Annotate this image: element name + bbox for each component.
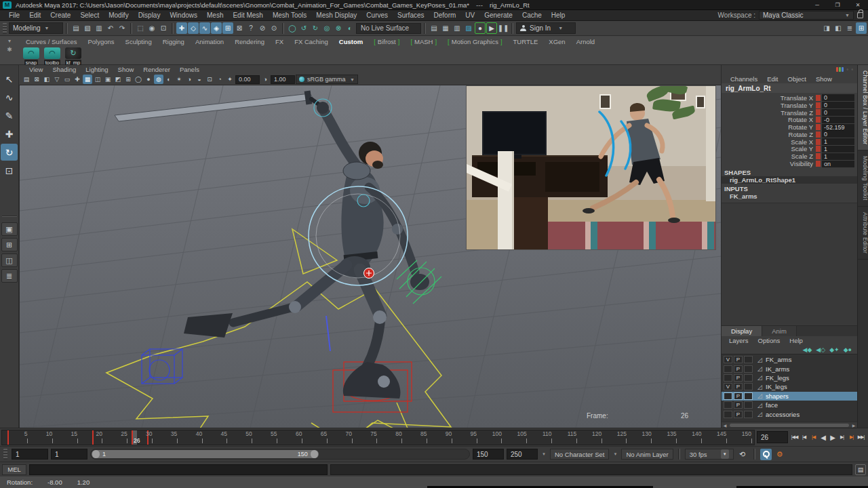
viewport-toggle-icon[interactable]: ▦	[83, 75, 92, 84]
range-start-handle[interactable]	[92, 450, 100, 458]
timeline-strip[interactable]: 5101520253035404550556065707580859095100…	[1, 430, 755, 445]
step-back-frame-button[interactable]: |◀	[800, 431, 808, 443]
file-toolbar-icon[interactable]: ▥	[94, 22, 104, 34]
visibility-toggle[interactable]	[724, 365, 732, 373]
snap-icon[interactable]: ✚	[176, 22, 187, 34]
scroll-right-icon[interactable]: ▶	[850, 423, 857, 428]
shelf-tab-arnold[interactable]: Arnold	[571, 38, 600, 45]
options-icon[interactable]: ◦	[851, 66, 853, 73]
range-slider-track[interactable]: 1 150	[90, 449, 470, 460]
lock-icon[interactable]: ⊙	[269, 22, 279, 34]
move-layer-up-icon[interactable]: ◀◆	[802, 346, 812, 353]
channel-name[interactable]: Rotate Z	[722, 131, 816, 138]
snap-icon[interactable]: ⊠	[234, 22, 245, 34]
viewport-toggle-icon[interactable]: ⊡	[205, 75, 214, 84]
channel-name[interactable]: Scale Y	[722, 145, 816, 152]
live-surface-field[interactable]: No Live Surface	[356, 23, 421, 34]
snap-icon[interactable]: ∿	[199, 22, 210, 34]
shelf-tab-xgen[interactable]: XGen	[543, 38, 570, 45]
layer-row-fk-arms[interactable]: VP◿FK_arms	[722, 355, 857, 364]
range-end-handle[interactable]	[311, 450, 318, 458]
command-result-field[interactable]	[330, 464, 852, 475]
shelf-tab-custom[interactable]: Custom	[334, 38, 368, 45]
visibility-toggle[interactable]: V	[724, 383, 732, 390]
history-icon[interactable]: ↻	[310, 22, 321, 34]
step-back-key-button[interactable]: |◀	[809, 431, 818, 443]
layout-single-pane-button[interactable]: ▣	[1, 222, 18, 236]
panel-menu-item[interactable]: Show	[113, 66, 139, 73]
menu-item[interactable]: Surfaces	[393, 12, 429, 19]
character-set-dropdown[interactable]: No Character Set	[550, 449, 609, 460]
playback-loop-icon[interactable]: ⟲	[736, 450, 749, 459]
input-node-row[interactable]: FK_arms	[722, 192, 857, 200]
channel-value-field[interactable]: -52.159	[822, 124, 854, 131]
menu-item[interactable]: Cache	[517, 12, 547, 19]
channel-value-field[interactable]: 0	[822, 102, 854, 108]
shelf-button-snap[interactable]: ◠ snap	[22, 47, 41, 66]
layer-row-shapers[interactable]: P◿shapers	[722, 392, 857, 401]
exposure-icon[interactable]: ✦	[225, 75, 235, 84]
tab-attribute-editor[interactable]: Attribute Editor	[858, 207, 868, 260]
channel-value-field[interactable]: 1	[822, 153, 854, 160]
viewport-toggle-icon[interactable]: ⊠	[32, 75, 41, 84]
display-type-toggle[interactable]	[744, 401, 753, 409]
menu-item[interactable]: Modify	[104, 12, 133, 19]
chevron-down-icon[interactable]: ▾	[540, 451, 547, 457]
display-type-toggle[interactable]	[744, 392, 753, 400]
display-type-toggle[interactable]	[744, 383, 753, 390]
sidebar-toggle-icon[interactable]: ◨	[821, 22, 832, 34]
go-to-start-button[interactable]: |◀◀	[790, 431, 799, 443]
channel-box-menu-item[interactable]: Channels	[726, 75, 762, 83]
rotate-tool[interactable]: ↻	[1, 144, 18, 161]
channel-name[interactable]: Visibility	[722, 160, 816, 167]
channel-value-field[interactable]: 0	[822, 94, 854, 101]
layer-list-scrollbar[interactable]: ◀ ▶	[722, 422, 857, 428]
panel-menu-item[interactable]: Renderer	[138, 66, 175, 73]
visibility-toggle[interactable]	[724, 392, 732, 400]
file-toolbar-icon[interactable]: ▧	[82, 22, 93, 34]
shelf-tab-turtle[interactable]: TURTLE	[508, 38, 544, 45]
keyframe-marker[interactable]	[7, 430, 9, 445]
shelf-menu-icon[interactable]: ▾	[8, 38, 11, 44]
channel-value-field[interactable]: 1	[822, 146, 854, 152]
playback-toggle[interactable]: P	[734, 401, 743, 409]
channel-name[interactable]: Scale X	[722, 138, 816, 146]
render-icon[interactable]: ▶	[486, 22, 497, 34]
sidebar-toggle-icon[interactable]: ⊞	[856, 22, 867, 34]
render-icon[interactable]: ▤	[429, 22, 439, 34]
menu-item[interactable]: Edit	[24, 12, 45, 19]
playback-toggle[interactable]: P	[734, 374, 743, 382]
shelf-tab-polygons[interactable]: Polygons	[83, 38, 120, 45]
viewport-toggle-icon[interactable]: ◩	[113, 75, 123, 84]
display-type-toggle[interactable]	[744, 411, 753, 418]
viewport-toggle-icon[interactable]: ✚	[73, 75, 82, 84]
shelf-tab-mash[interactable]: MASH	[405, 38, 442, 45]
pin-icon[interactable]: ◦	[846, 66, 848, 73]
lasso-tool[interactable]: ∿	[1, 89, 18, 106]
menu-item[interactable]: Mesh Tools	[268, 12, 311, 19]
viewport-toggle-icon[interactable]: ▣	[103, 75, 113, 84]
workspace-dropdown[interactable]: Maya Classic ▼	[759, 11, 854, 20]
viewport-toggle-icon[interactable]: ◧	[42, 75, 52, 84]
menu-item[interactable]: Mesh Display	[311, 12, 361, 19]
exposure-field[interactable]: 0.00	[235, 75, 260, 84]
viewport-toggle-icon[interactable]: ◯	[134, 75, 143, 84]
viewport-toggle-icon[interactable]: ◔	[215, 75, 224, 84]
channel-box-menu-item[interactable]: Edit	[762, 75, 783, 83]
layout-four-pane-button[interactable]: ⊞	[1, 238, 18, 251]
display-type-toggle[interactable]	[744, 365, 753, 373]
tab-channel-box-layer-editor[interactable]: Channel Box / Layer Editor	[858, 65, 868, 150]
history-icon[interactable]: ↺	[298, 22, 309, 34]
script-editor-icon[interactable]: ▤	[855, 464, 866, 475]
current-frame-field[interactable]: 26	[757, 431, 788, 443]
viewport-toggle-icon[interactable]: ◐	[164, 75, 174, 84]
channel-name[interactable]: Translate X	[722, 94, 816, 102]
panel-menu-item[interactable]: View	[24, 66, 47, 73]
file-toolbar-icon[interactable]: ↷	[117, 22, 127, 34]
layer-row-ik-arms[interactable]: P◿IK_arms	[722, 364, 857, 373]
layer-editor-menu-item[interactable]: Layers	[724, 337, 753, 344]
channel-value-field[interactable]: on	[822, 161, 854, 167]
render-icon[interactable]: ●	[475, 22, 486, 34]
snap-icon[interactable]: ?	[245, 22, 256, 34]
layer-row-fk-legs[interactable]: P◿FK_legs	[722, 373, 857, 382]
